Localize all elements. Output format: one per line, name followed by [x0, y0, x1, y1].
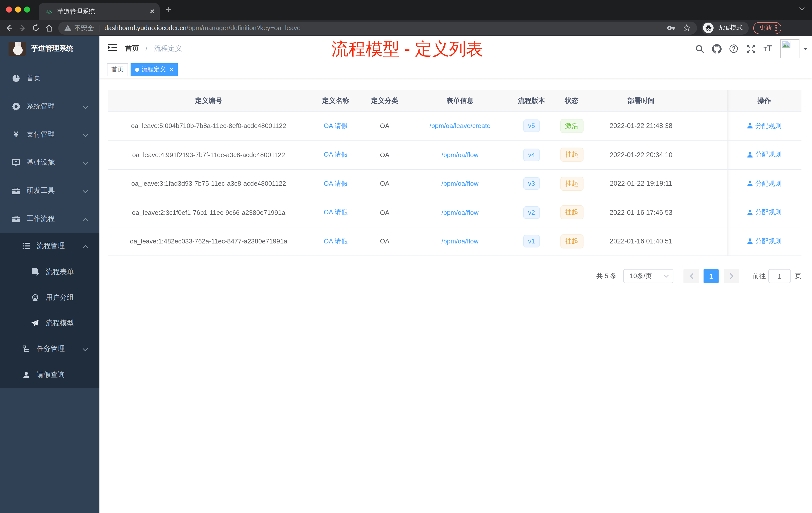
current-page-button[interactable]: 1	[703, 269, 719, 283]
sidebar-item-payment[interactable]: ¥ 支付管理	[0, 120, 99, 149]
close-window-button[interactable]	[6, 6, 12, 12]
sidebar-item-process-form[interactable]: 流程表单	[0, 259, 99, 284]
cell-form-link[interactable]: /bpm/oa/flow	[407, 198, 513, 227]
reload-button[interactable]	[32, 24, 40, 32]
fullscreen-icon[interactable]	[742, 44, 759, 53]
search-icon[interactable]	[691, 44, 708, 53]
cell-time: 2022-01-22 20:34:10	[593, 140, 689, 169]
address-bar[interactable]: 不安全 dashboard.yudao.iocoder.cn/bpm/manag…	[58, 21, 697, 34]
assign-rule-link[interactable]: 分配规则	[747, 179, 782, 188]
paper-plane-icon	[31, 319, 39, 327]
cell-name-link[interactable]: OA 请假	[309, 169, 362, 198]
col-header-id: 定义编号	[108, 90, 309, 112]
status-badge: 挂起	[560, 177, 583, 191]
cell-name-link[interactable]: OA 请假	[309, 227, 362, 256]
page-content: 定义编号 定义名称 定义分类 表单信息 流程版本 状态 部署时间 操作 oa_l…	[99, 78, 812, 513]
next-page-button[interactable]	[724, 269, 739, 283]
minimize-window-button[interactable]	[15, 6, 21, 12]
monitor-icon	[12, 159, 20, 167]
cell-time: 2022-01-22 21:48:38	[593, 112, 689, 140]
avatar-dropdown-caret-icon[interactable]	[803, 48, 808, 53]
tab-title: 芋道管理系统	[57, 7, 150, 16]
logo-image	[8, 42, 26, 56]
password-key-icon[interactable]	[667, 24, 675, 32]
version-badge: v5	[523, 120, 540, 132]
browser-menu-icon[interactable]	[775, 25, 777, 31]
goto-label: 前往	[753, 272, 766, 280]
sidebar-item-infrastructure[interactable]: 基础设施	[0, 149, 99, 177]
assign-rule-link[interactable]: 分配规则	[747, 150, 782, 159]
forward-button[interactable]	[19, 24, 27, 32]
sidebar-item-home[interactable]: 首页	[0, 64, 99, 92]
assign-rule-link[interactable]: 分配规则	[747, 208, 782, 217]
assign-rule-link[interactable]: 分配规则	[747, 121, 782, 130]
tag-close-icon[interactable]: ✕	[169, 67, 174, 72]
tree-list-icon	[22, 242, 30, 249]
col-header-status: 状态	[550, 90, 593, 112]
cell-id: oa_leave:1:482ec033-762a-11ec-8477-a2380…	[108, 227, 309, 256]
sidebar-item-system[interactable]: 系统管理	[0, 92, 99, 120]
status-badge: 挂起	[560, 148, 583, 162]
tab-favicon	[46, 8, 53, 15]
cell-form-link[interactable]: /bpm/oa/leave/create	[407, 112, 513, 140]
font-size-icon[interactable]: TT	[759, 44, 776, 54]
page-size-select[interactable]: 10条/页	[623, 269, 673, 283]
sidebar-item-task-management[interactable]: 任务管理	[0, 336, 99, 362]
chevron-down-icon	[82, 187, 88, 195]
browser-tabstrip: 芋道管理系统 ✕ +	[0, 0, 812, 20]
avatar[interactable]	[780, 39, 800, 58]
back-button[interactable]	[5, 24, 13, 32]
new-tab-button[interactable]: +	[166, 4, 172, 16]
user-icon	[747, 180, 754, 187]
robot-face-icon	[31, 294, 39, 301]
hamburger-icon[interactable]	[99, 44, 117, 53]
browser-tab[interactable]: 芋道管理系统 ✕	[39, 3, 160, 20]
sidebar-item-leave-query[interactable]: 请假查询	[0, 362, 99, 388]
user-icon	[747, 238, 754, 244]
table-row: oa_leave:2:3c1f0ef1-76b1-11ec-9c66-a2380…	[108, 198, 802, 227]
cell-name-link[interactable]: OA 请假	[309, 198, 362, 227]
chevron-up-icon	[82, 215, 88, 223]
breadcrumb-home[interactable]: 首页	[125, 44, 139, 52]
tag-process-definition[interactable]: 流程定义 ✕	[130, 63, 178, 76]
document-edit-icon	[31, 268, 39, 276]
col-header-version: 流程版本	[513, 90, 550, 112]
assign-rule-link[interactable]: 分配规则	[747, 237, 782, 246]
help-icon[interactable]	[725, 44, 742, 53]
url-separator	[99, 24, 99, 31]
bookmark-star-icon[interactable]	[683, 24, 691, 32]
chrome-update-button[interactable]: 更新	[753, 22, 781, 34]
sidebar-item-user-group[interactable]: 用户分组	[0, 284, 99, 310]
broken-image-icon	[782, 41, 790, 48]
sidebar-logo[interactable]: 芋道管理系统	[0, 36, 99, 61]
yen-icon: ¥	[12, 130, 20, 139]
table-row: oa_leave:5:004b710b-7b8a-11ec-8ef0-acde4…	[108, 112, 802, 140]
status-badge: 激活	[560, 119, 583, 133]
tag-home[interactable]: 首页	[107, 63, 128, 76]
sidebar-item-devtools[interactable]: 研发工具	[0, 177, 99, 205]
tab-close-icon[interactable]: ✕	[150, 8, 155, 15]
incognito-badge: 无痕模式	[701, 21, 749, 34]
sidebar-item-process-management[interactable]: 流程管理	[0, 233, 99, 259]
zoom-window-button[interactable]	[24, 6, 30, 12]
cell-id: oa_leave:4:991f2193-7b7f-11ec-a3c8-acde4…	[108, 140, 309, 169]
cell-name-link[interactable]: OA 请假	[309, 112, 362, 140]
col-header-name: 定义名称	[309, 90, 362, 112]
table-row: oa_leave:4:991f2193-7b7f-11ec-a3c8-acde4…	[108, 140, 802, 169]
goto-page-input[interactable]: 1	[768, 269, 791, 283]
cell-form-link[interactable]: /bpm/oa/flow	[407, 227, 513, 256]
col-header-filler	[689, 90, 727, 112]
cell-form-link[interactable]: /bpm/oa/flow	[407, 169, 513, 198]
cell-name-link[interactable]: OA 请假	[309, 140, 362, 169]
home-button[interactable]	[45, 24, 53, 32]
incognito-icon	[703, 23, 714, 33]
sidebar-item-workflow[interactable]: 工作流程	[0, 205, 99, 233]
col-header-actions: 操作	[727, 90, 802, 112]
cell-id: oa_leave:3:1fad3d93-7b75-11ec-a3c8-acde4…	[108, 169, 309, 198]
prev-page-button[interactable]	[684, 269, 699, 283]
github-icon[interactable]	[708, 44, 725, 54]
chevron-down-icon	[82, 159, 88, 167]
tab-search-chevron-icon[interactable]	[799, 7, 805, 11]
cell-form-link[interactable]: /bpm/oa/flow	[407, 140, 513, 169]
sidebar-item-process-model[interactable]: 流程模型	[0, 310, 99, 336]
